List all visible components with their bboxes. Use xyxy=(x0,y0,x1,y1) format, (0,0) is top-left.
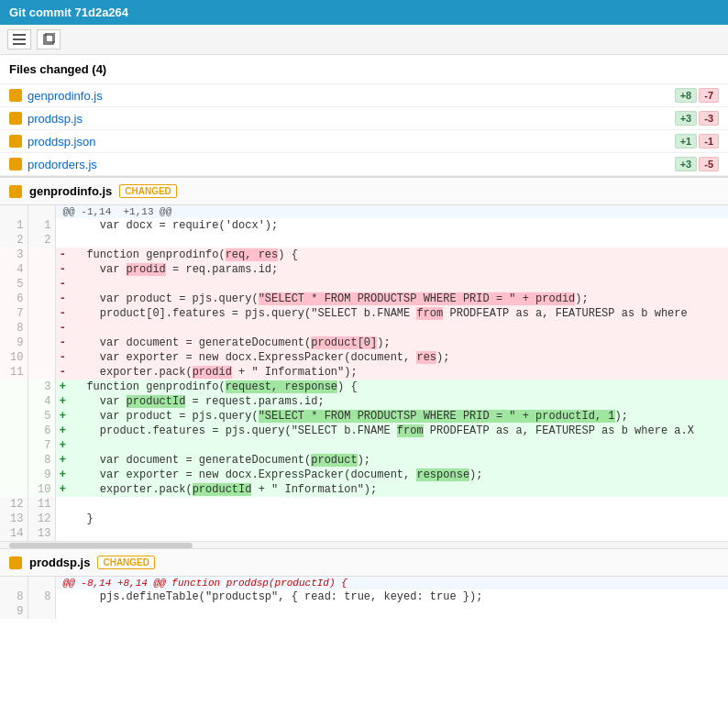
line-num-new: 9 xyxy=(28,468,55,482)
sign-cell: + xyxy=(55,409,70,424)
badge-remove: -7 xyxy=(699,88,719,103)
badge-container: +3 -5 xyxy=(675,157,719,171)
diff-file-icon xyxy=(9,185,22,198)
title-bar: Git commit 71d2a264 xyxy=(0,0,728,25)
file-name[interactable]: proddsp.json xyxy=(28,135,669,149)
svg-rect-0 xyxy=(13,34,26,36)
line-num-new: 7 xyxy=(28,438,55,453)
diff-file-header: genprodinfo.js CHANGED xyxy=(0,177,728,205)
list-item[interactable]: proddsp.js +3 -3 xyxy=(0,107,728,130)
code-cell: var exporter = new docx.ExpressPacker(do… xyxy=(70,468,728,482)
list-item[interactable]: prodorders.js +3 -5 xyxy=(0,153,728,176)
line-num-old xyxy=(0,424,28,438)
table-row: 8 + var document = generateDocument(prod… xyxy=(0,453,728,468)
hunk-label: @@ -1,14 +1,13 @@ xyxy=(55,205,728,218)
table-row: 6 - var product = pjs.query("SELECT * FR… xyxy=(0,292,728,306)
toolbar xyxy=(0,25,728,55)
line-num-new xyxy=(28,350,55,365)
badge-add: +3 xyxy=(675,111,698,126)
code-cell xyxy=(70,438,728,453)
badge-remove: -1 xyxy=(699,134,719,149)
sign-cell: + xyxy=(55,453,70,468)
line-num-old: 7 xyxy=(0,306,28,321)
diff-scroll-area-2[interactable]: @@ -8,14 +8,14 @@ function proddsp(produ… xyxy=(0,577,728,619)
sign-cell: - xyxy=(55,336,70,350)
badge-remove: -5 xyxy=(699,157,719,171)
files-changed-label: Files changed (4) xyxy=(9,62,106,76)
table-row: 3 + function genprodinfo(request, respon… xyxy=(0,380,728,394)
line-num-old: 10 xyxy=(0,350,28,365)
table-row: 9 xyxy=(0,604,728,619)
file-name[interactable]: proddsp.js xyxy=(28,112,669,126)
line-num-old: 8 xyxy=(0,589,28,604)
horizontal-scrollbar[interactable] xyxy=(0,541,728,548)
line-num-old: 13 xyxy=(0,512,28,526)
line-num-new: 1 xyxy=(28,218,55,233)
code-cell: var productId = request.params.id; xyxy=(70,394,728,409)
toolbar-btn-1[interactable] xyxy=(7,29,31,50)
table-row: 4 + var productId = request.params.id; xyxy=(0,394,728,409)
code-cell xyxy=(70,277,728,292)
line-num-old xyxy=(0,409,28,424)
list-item[interactable]: proddsp.json +1 -1 xyxy=(0,130,728,153)
diff-scroll-area[interactable]: @@ -1,14 +1,13 @@ 1 1 var docx = require… xyxy=(0,205,728,541)
line-num-old: 5 xyxy=(0,277,28,292)
code-cell xyxy=(70,526,728,541)
file-icon xyxy=(9,89,22,102)
table-row: 5 + var product = pjs.query("SELECT * FR… xyxy=(0,409,728,424)
line-num-new xyxy=(28,292,55,306)
line-num-old: 3 xyxy=(0,248,28,262)
table-row: 7 + xyxy=(0,438,728,453)
code-cell: var docx = require('docx'); xyxy=(70,218,728,233)
sign-cell xyxy=(55,604,70,619)
table-row: 11 - exporter.pack(prodid + " Informatio… xyxy=(0,365,728,380)
list-item[interactable]: genprodinfo.js +8 -7 xyxy=(0,84,728,107)
code-cell xyxy=(70,233,728,248)
sign-cell xyxy=(55,512,70,526)
file-name[interactable]: genprodinfo.js xyxy=(28,89,669,103)
line-num-old xyxy=(0,205,28,218)
sign-cell: + xyxy=(55,380,70,394)
file-name[interactable]: prodorders.js xyxy=(28,158,669,171)
sign-cell xyxy=(55,526,70,541)
line-num-new xyxy=(28,277,55,292)
line-num-old xyxy=(0,468,28,482)
sign-cell xyxy=(55,589,70,604)
sign-cell xyxy=(55,497,70,512)
diff-section-genprodinfo: genprodinfo.js CHANGED @@ -1,14 +1,13 @@… xyxy=(0,177,728,548)
line-num-old: 9 xyxy=(0,604,28,619)
line-num-old xyxy=(0,482,28,497)
code-cell: } xyxy=(70,512,728,526)
diff-file-icon-2 xyxy=(9,556,22,569)
file-icon xyxy=(9,158,22,171)
code-cell: exporter.pack(prodid + " Information"); xyxy=(70,365,728,380)
line-num-new: 3 xyxy=(28,380,55,394)
code-cell: product[0].features = pjs.query("SELECT … xyxy=(70,306,728,321)
changed-badge: CHANGED xyxy=(119,184,177,198)
toolbar-btn-2[interactable] xyxy=(37,29,61,50)
code-cell: var exporter = new docx.ExpressPacker(do… xyxy=(70,350,728,365)
table-row: 1 1 var docx = require('docx'); xyxy=(0,218,728,233)
line-num-new: 4 xyxy=(28,394,55,409)
file-icon xyxy=(9,135,22,148)
sign-cell: + xyxy=(55,438,70,453)
badge-add: +1 xyxy=(675,134,698,149)
table-row: 2 2 xyxy=(0,233,728,248)
badge-add: +3 xyxy=(675,157,698,171)
code-cell xyxy=(70,604,728,619)
line-num-new xyxy=(28,248,55,262)
line-num-new: 12 xyxy=(28,512,55,526)
table-row: 5 - xyxy=(0,277,728,292)
line-num-old xyxy=(0,577,28,589)
line-num-old: 9 xyxy=(0,336,28,350)
diff-hunk-row: @@ -1,14 +1,13 @@ xyxy=(0,205,728,218)
sign-cell: - xyxy=(55,365,70,380)
diff-file-name: genprodinfo.js xyxy=(29,184,112,198)
line-num-new xyxy=(28,577,55,589)
code-cell: var prodid = req.params.id; xyxy=(70,262,728,277)
sign-cell xyxy=(55,218,70,233)
scrollbar-thumb[interactable] xyxy=(9,543,193,548)
line-num-new: 6 xyxy=(28,424,55,438)
line-num-new: 2 xyxy=(28,233,55,248)
table-row: 7 - product[0].features = pjs.query("SEL… xyxy=(0,306,728,321)
